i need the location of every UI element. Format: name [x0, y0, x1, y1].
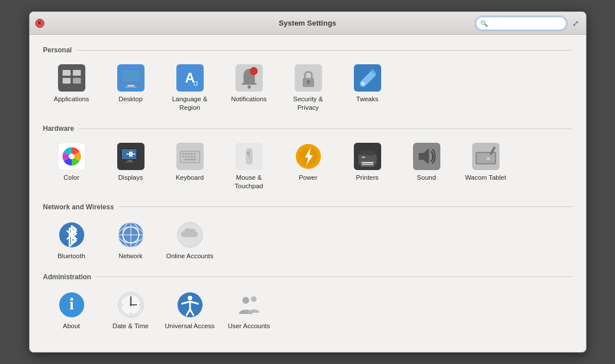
- online-accounts-icon: [176, 221, 204, 249]
- item-wacom-tablet[interactable]: Wacom Tablet: [457, 137, 514, 196]
- svg-rect-39: [182, 156, 184, 158]
- item-bluetooth[interactable]: Bluetooth: [43, 216, 100, 266]
- notifications-icon: [236, 64, 263, 92]
- item-security-privacy[interactable]: Security & Privacy: [280, 59, 337, 118]
- window-title: System Settings: [279, 19, 336, 27]
- keyboard-label: Keyboard: [176, 173, 204, 182]
- svg-rect-2: [73, 70, 81, 76]
- svg-point-75: [70, 297, 73, 300]
- hardware-grid: Color Displays: [43, 137, 572, 196]
- svg-rect-38: [193, 153, 196, 155]
- svg-rect-44: [184, 159, 196, 160]
- about-icon: i: [58, 291, 85, 318]
- item-language-region[interactable]: A α Language & Region: [162, 59, 218, 118]
- item-displays[interactable]: Displays: [102, 137, 159, 196]
- svg-rect-0: [58, 64, 85, 92]
- search-icon: 🔍: [480, 19, 488, 27]
- svg-rect-4: [73, 78, 81, 84]
- svg-rect-3: [63, 78, 71, 84]
- item-mouse-touchpad[interactable]: Mouse & Touchpad: [221, 137, 278, 196]
- system-settings-window: × System Settings 🔍 ⤢ Personal: [29, 11, 587, 353]
- svg-point-89: [251, 296, 257, 302]
- item-notifications[interactable]: Notifications: [221, 59, 278, 118]
- svg-rect-87: [236, 291, 263, 318]
- printers-icon: [354, 143, 381, 170]
- svg-rect-35: [185, 153, 187, 155]
- svg-point-15: [247, 85, 251, 89]
- sound-label: Sound: [417, 173, 436, 182]
- svg-rect-41: [188, 156, 190, 158]
- date-time-icon: [117, 291, 145, 318]
- item-desktop[interactable]: Desktop: [102, 59, 159, 118]
- notifications-label: Notifications: [231, 95, 267, 104]
- user-accounts-icon: [236, 291, 263, 318]
- svg-text:α: α: [193, 78, 197, 88]
- svg-rect-60: [477, 153, 495, 163]
- network-label: Network: [118, 252, 142, 260]
- item-network[interactable]: Network: [102, 216, 159, 266]
- language-region-label: Language & Region: [165, 95, 215, 112]
- svg-rect-9: [125, 86, 137, 88]
- svg-rect-43: [193, 156, 196, 158]
- svg-rect-37: [191, 153, 193, 155]
- svg-rect-40: [185, 156, 187, 158]
- svg-point-16: [250, 67, 258, 75]
- bluetooth-label: Bluetooth: [57, 252, 85, 260]
- svg-rect-34: [182, 153, 184, 155]
- applications-label: Applications: [53, 95, 89, 104]
- keyboard-icon: [176, 143, 204, 170]
- desktop-label: Desktop: [118, 95, 142, 104]
- universal-access-label: Universal Access: [165, 322, 215, 330]
- mouse-touchpad-label: Mouse & Touchpad: [224, 173, 274, 191]
- svg-rect-8: [127, 85, 134, 86]
- item-user-accounts[interactable]: User Accounts: [221, 286, 278, 336]
- desktop-icon: [117, 64, 145, 92]
- applications-icon: [58, 64, 85, 92]
- settings-content: Personal Applications: [30, 35, 586, 352]
- network-grid: Bluetooth Network: [43, 216, 572, 266]
- svg-point-88: [242, 297, 249, 304]
- search-input[interactable]: [476, 16, 567, 30]
- personal-grid: Applications Desktop: [43, 59, 572, 118]
- item-date-time[interactable]: Date & Time: [102, 286, 159, 336]
- item-keyboard[interactable]: Keyboard: [162, 137, 218, 196]
- item-printers[interactable]: Printers: [339, 137, 396, 196]
- universal-access-icon: [176, 291, 204, 318]
- item-power[interactable]: Power: [280, 137, 337, 196]
- power-label: Power: [299, 173, 317, 182]
- close-button[interactable]: ×: [35, 19, 44, 28]
- svg-point-86: [188, 296, 192, 300]
- color-icon: [58, 143, 85, 170]
- date-time-label: Date & Time: [113, 322, 148, 330]
- svg-rect-55: [362, 162, 373, 163]
- color-label: Color: [64, 173, 79, 182]
- maximize-button[interactable]: ⤢: [571, 19, 580, 28]
- svg-rect-54: [362, 156, 365, 158]
- admin-grid: i About: [43, 286, 572, 336]
- svg-rect-42: [191, 156, 193, 158]
- printers-label: Printers: [356, 173, 379, 182]
- displays-label: Displays: [118, 173, 143, 182]
- tweaks-label: Tweaks: [356, 95, 378, 104]
- item-tweaks[interactable]: Tweaks: [339, 59, 396, 118]
- online-accounts-label: Online Accounts: [166, 252, 213, 260]
- svg-rect-52: [361, 151, 374, 155]
- security-privacy-label: Security & Privacy: [283, 95, 333, 112]
- item-universal-access[interactable]: Universal Access: [162, 286, 218, 336]
- svg-rect-56: [362, 164, 373, 165]
- svg-rect-30: [125, 162, 134, 163]
- item-sound[interactable]: Sound: [398, 137, 455, 196]
- wacom-tablet-label: Wacom Tablet: [465, 173, 506, 182]
- item-color[interactable]: Color: [43, 137, 100, 196]
- network-icon: [117, 221, 145, 249]
- svg-rect-1: [63, 70, 71, 76]
- section-personal-header: Personal: [43, 46, 572, 54]
- item-online-accounts[interactable]: Online Accounts: [162, 216, 218, 266]
- svg-rect-10: [122, 70, 140, 81]
- bluetooth-icon: [58, 221, 85, 249]
- item-applications[interactable]: Applications: [43, 59, 100, 118]
- item-about[interactable]: i About: [43, 286, 100, 336]
- svg-point-62: [486, 157, 490, 160]
- svg-rect-36: [188, 153, 190, 155]
- displays-icon: [117, 143, 145, 170]
